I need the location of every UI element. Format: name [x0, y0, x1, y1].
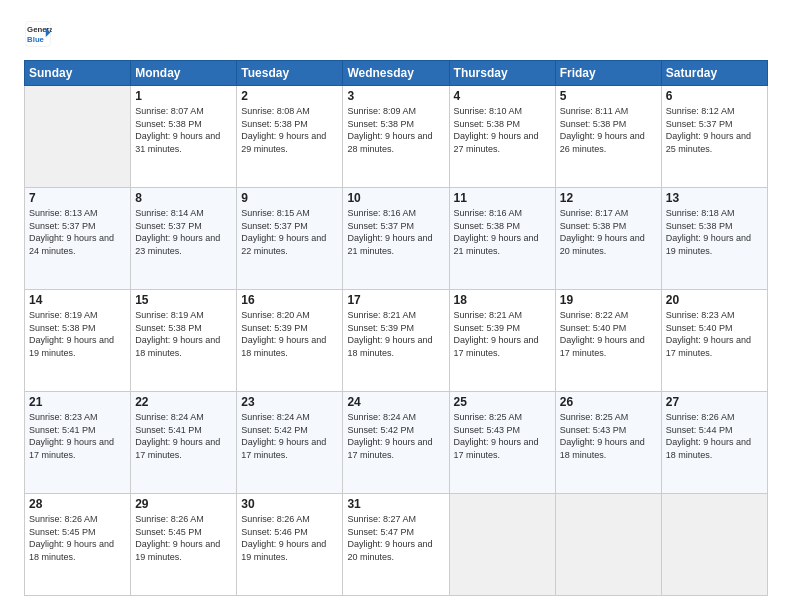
day-info: Sunrise: 8:24 AMSunset: 5:42 PMDaylight:… [347, 411, 444, 461]
calendar-cell: 26Sunrise: 8:25 AMSunset: 5:43 PMDayligh… [555, 392, 661, 494]
sunset-label: Sunset: 5:46 PM [241, 527, 308, 537]
calendar-week-row: 21Sunrise: 8:23 AMSunset: 5:41 PMDayligh… [25, 392, 768, 494]
sunrise-label: Sunrise: 8:16 AM [347, 208, 416, 218]
day-info: Sunrise: 8:16 AMSunset: 5:38 PMDaylight:… [454, 207, 551, 257]
sunset-label: Sunset: 5:38 PM [135, 323, 202, 333]
daylight-label: Daylight: 9 hours and 27 minutes. [454, 131, 539, 154]
day-info: Sunrise: 8:24 AMSunset: 5:42 PMDaylight:… [241, 411, 338, 461]
daylight-label: Daylight: 9 hours and 17 minutes. [666, 335, 751, 358]
sunrise-label: Sunrise: 8:23 AM [666, 310, 735, 320]
day-number: 3 [347, 89, 444, 103]
sunset-label: Sunset: 5:37 PM [29, 221, 96, 231]
calendar-cell: 16Sunrise: 8:20 AMSunset: 5:39 PMDayligh… [237, 290, 343, 392]
day-number: 10 [347, 191, 444, 205]
day-number: 21 [29, 395, 126, 409]
logo: General Blue [24, 20, 56, 48]
day-number: 22 [135, 395, 232, 409]
calendar-cell: 3Sunrise: 8:09 AMSunset: 5:38 PMDaylight… [343, 86, 449, 188]
day-number: 25 [454, 395, 551, 409]
daylight-label: Daylight: 9 hours and 17 minutes. [560, 335, 645, 358]
day-info: Sunrise: 8:24 AMSunset: 5:41 PMDaylight:… [135, 411, 232, 461]
daylight-label: Daylight: 9 hours and 23 minutes. [135, 233, 220, 256]
day-number: 19 [560, 293, 657, 307]
sunset-label: Sunset: 5:43 PM [560, 425, 627, 435]
calendar-cell: 5Sunrise: 8:11 AMSunset: 5:38 PMDaylight… [555, 86, 661, 188]
sunset-label: Sunset: 5:39 PM [241, 323, 308, 333]
sunset-label: Sunset: 5:39 PM [454, 323, 521, 333]
calendar-cell: 23Sunrise: 8:24 AMSunset: 5:42 PMDayligh… [237, 392, 343, 494]
day-number: 4 [454, 89, 551, 103]
sunset-label: Sunset: 5:37 PM [241, 221, 308, 231]
logo-icon: General Blue [24, 20, 52, 48]
daylight-label: Daylight: 9 hours and 22 minutes. [241, 233, 326, 256]
day-number: 23 [241, 395, 338, 409]
sunset-label: Sunset: 5:38 PM [560, 119, 627, 129]
daylight-label: Daylight: 9 hours and 17 minutes. [454, 335, 539, 358]
daylight-label: Daylight: 9 hours and 20 minutes. [560, 233, 645, 256]
daylight-label: Daylight: 9 hours and 21 minutes. [347, 233, 432, 256]
sunrise-label: Sunrise: 8:12 AM [666, 106, 735, 116]
day-number: 31 [347, 497, 444, 511]
calendar-cell: 30Sunrise: 8:26 AMSunset: 5:46 PMDayligh… [237, 494, 343, 596]
sunrise-label: Sunrise: 8:07 AM [135, 106, 204, 116]
day-info: Sunrise: 8:07 AMSunset: 5:38 PMDaylight:… [135, 105, 232, 155]
calendar-cell: 24Sunrise: 8:24 AMSunset: 5:42 PMDayligh… [343, 392, 449, 494]
day-number: 11 [454, 191, 551, 205]
calendar-cell: 4Sunrise: 8:10 AMSunset: 5:38 PMDaylight… [449, 86, 555, 188]
day-number: 18 [454, 293, 551, 307]
day-info: Sunrise: 8:22 AMSunset: 5:40 PMDaylight:… [560, 309, 657, 359]
day-info: Sunrise: 8:19 AMSunset: 5:38 PMDaylight:… [135, 309, 232, 359]
calendar-cell: 1Sunrise: 8:07 AMSunset: 5:38 PMDaylight… [131, 86, 237, 188]
calendar-cell: 31Sunrise: 8:27 AMSunset: 5:47 PMDayligh… [343, 494, 449, 596]
day-number: 15 [135, 293, 232, 307]
day-info: Sunrise: 8:21 AMSunset: 5:39 PMDaylight:… [347, 309, 444, 359]
sunrise-label: Sunrise: 8:09 AM [347, 106, 416, 116]
sunset-label: Sunset: 5:41 PM [135, 425, 202, 435]
day-info: Sunrise: 8:09 AMSunset: 5:38 PMDaylight:… [347, 105, 444, 155]
daylight-label: Daylight: 9 hours and 31 minutes. [135, 131, 220, 154]
daylight-label: Daylight: 9 hours and 19 minutes. [135, 539, 220, 562]
calendar-cell: 2Sunrise: 8:08 AMSunset: 5:38 PMDaylight… [237, 86, 343, 188]
sunrise-label: Sunrise: 8:08 AM [241, 106, 310, 116]
calendar-cell: 22Sunrise: 8:24 AMSunset: 5:41 PMDayligh… [131, 392, 237, 494]
day-number: 30 [241, 497, 338, 511]
sunrise-label: Sunrise: 8:21 AM [347, 310, 416, 320]
sunrise-label: Sunrise: 8:15 AM [241, 208, 310, 218]
day-number: 2 [241, 89, 338, 103]
daylight-label: Daylight: 9 hours and 18 minutes. [666, 437, 751, 460]
sunrise-label: Sunrise: 8:26 AM [241, 514, 310, 524]
sunset-label: Sunset: 5:47 PM [347, 527, 414, 537]
sunrise-label: Sunrise: 8:27 AM [347, 514, 416, 524]
sunset-label: Sunset: 5:40 PM [666, 323, 733, 333]
sunset-label: Sunset: 5:43 PM [454, 425, 521, 435]
sunrise-label: Sunrise: 8:19 AM [135, 310, 204, 320]
sunrise-label: Sunrise: 8:26 AM [666, 412, 735, 422]
sunset-label: Sunset: 5:40 PM [560, 323, 627, 333]
sunrise-label: Sunrise: 8:13 AM [29, 208, 98, 218]
day-number: 5 [560, 89, 657, 103]
day-info: Sunrise: 8:26 AMSunset: 5:45 PMDaylight:… [135, 513, 232, 563]
sunrise-label: Sunrise: 8:11 AM [560, 106, 629, 116]
day-number: 16 [241, 293, 338, 307]
day-number: 7 [29, 191, 126, 205]
day-info: Sunrise: 8:13 AMSunset: 5:37 PMDaylight:… [29, 207, 126, 257]
day-info: Sunrise: 8:14 AMSunset: 5:37 PMDaylight:… [135, 207, 232, 257]
calendar-cell: 11Sunrise: 8:16 AMSunset: 5:38 PMDayligh… [449, 188, 555, 290]
calendar-cell [661, 494, 767, 596]
sunrise-label: Sunrise: 8:16 AM [454, 208, 523, 218]
day-number: 20 [666, 293, 763, 307]
calendar-week-row: 14Sunrise: 8:19 AMSunset: 5:38 PMDayligh… [25, 290, 768, 392]
sunset-label: Sunset: 5:38 PM [454, 119, 521, 129]
day-number: 27 [666, 395, 763, 409]
day-number: 28 [29, 497, 126, 511]
sunrise-label: Sunrise: 8:24 AM [347, 412, 416, 422]
calendar-cell: 12Sunrise: 8:17 AMSunset: 5:38 PMDayligh… [555, 188, 661, 290]
sunset-label: Sunset: 5:41 PM [29, 425, 96, 435]
calendar-header-sunday: Sunday [25, 61, 131, 86]
sunset-label: Sunset: 5:42 PM [241, 425, 308, 435]
calendar-cell: 27Sunrise: 8:26 AMSunset: 5:44 PMDayligh… [661, 392, 767, 494]
calendar-cell: 15Sunrise: 8:19 AMSunset: 5:38 PMDayligh… [131, 290, 237, 392]
sunrise-label: Sunrise: 8:26 AM [29, 514, 98, 524]
calendar-cell [555, 494, 661, 596]
sunset-label: Sunset: 5:37 PM [347, 221, 414, 231]
